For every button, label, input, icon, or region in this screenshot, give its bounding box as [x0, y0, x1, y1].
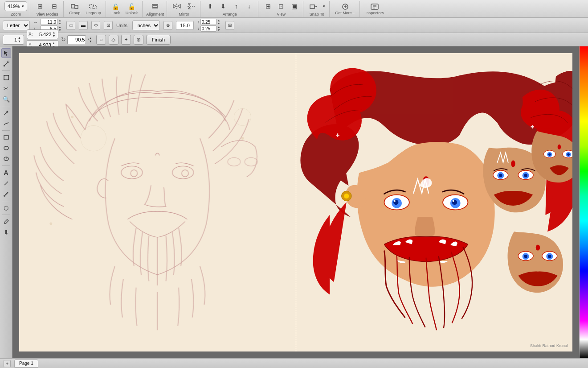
inspectors-btn[interactable]: Inspectors: [363, 2, 386, 16]
zoom-tool[interactable]: 🔍: [1, 94, 11, 104]
snap-to-group: ▾ Snap To: [304, 1, 330, 17]
mirror-h-btn[interactable]: [171, 1, 183, 11]
view-modes-group: ⊞ ⊟ View Modes: [31, 1, 64, 17]
x-label: X:: [29, 32, 33, 37]
tool-divider-2: [2, 106, 10, 106]
height-stepper[interactable]: ▲▼: [58, 25, 63, 32]
page-tab-1[interactable]: Page 1: [14, 360, 38, 368]
finish-button[interactable]: Finish: [146, 35, 171, 45]
get-more-btn[interactable]: Get More...: [333, 2, 357, 16]
units-select[interactable]: inches: [132, 21, 160, 30]
bezier-tool[interactable]: [1, 119, 11, 128]
right-artwork-svg: [296, 53, 573, 351]
node-convert-btn[interactable]: ⊕: [134, 35, 143, 45]
text-tool[interactable]: A: [1, 168, 11, 178]
view-btn3[interactable]: ▣: [288, 1, 300, 11]
inspectors-group: Inspectors: [361, 1, 388, 17]
transform-tool[interactable]: [1, 73, 11, 83]
align-btn[interactable]: [149, 1, 161, 11]
svg-rect-27: [8, 75, 9, 76]
mirror-v-icon: [187, 2, 196, 10]
snap-to-dropdown[interactable]: ▾: [321, 3, 327, 10]
svg-point-69: [524, 174, 527, 178]
tool-divider-1: [2, 70, 10, 71]
zoom-dropdown[interactable]: 419% ▾: [4, 1, 27, 11]
view-btn1[interactable]: ⊞: [262, 1, 274, 11]
tool-divider-4: [2, 165, 10, 166]
selection-tool[interactable]: [1, 48, 11, 58]
arrange-btn2[interactable]: ⬇: [217, 1, 229, 11]
node-smooth-btn[interactable]: ○: [96, 35, 106, 45]
width-input[interactable]: [41, 19, 57, 25]
lock-btn[interactable]: 🔒 Lock: [110, 2, 122, 16]
color-panel[interactable]: [579, 46, 588, 358]
brush-tool[interactable]: [1, 189, 11, 199]
width-stepper[interactable]: ▲▼: [58, 19, 63, 25]
ungroup-icon: [89, 3, 98, 11]
canvas-page: Shakti Rathod Krunal: [19, 53, 572, 351]
crop-btn[interactable]: ⊞: [225, 21, 234, 30]
node-tool[interactable]: [1, 59, 11, 69]
angle-input[interactable]: [67, 35, 86, 44]
step-x-stepper[interactable]: ▲▼: [217, 19, 222, 25]
svg-marker-12: [188, 7, 190, 9]
page-settings-btn[interactable]: ⚙: [91, 21, 100, 30]
svg-point-77: [557, 145, 561, 149]
view-mode-btn1[interactable]: ⊞: [34, 1, 46, 11]
step-y-input[interactable]: [200, 25, 216, 32]
view-btn2[interactable]: ⊡: [275, 1, 287, 11]
arrange-btn1[interactable]: ⬆: [204, 1, 216, 11]
fill-tool[interactable]: [1, 227, 11, 237]
view-label: View: [277, 12, 286, 17]
svg-point-76: [567, 153, 570, 156]
pencil-tool[interactable]: [1, 178, 11, 188]
svg-rect-13: [310, 5, 314, 8]
node-corner-btn[interactable]: ◇: [109, 35, 118, 45]
fit-page-btn[interactable]: ⊡: [104, 21, 113, 30]
add-page-button[interactable]: +: [4, 360, 11, 367]
node-count-input[interactable]: [4, 36, 17, 44]
portrait-btn[interactable]: ▭: [66, 21, 75, 30]
get-more-label: Get More...: [335, 11, 355, 15]
step-x-input[interactable]: [200, 19, 216, 25]
arrange-btn3[interactable]: ↑: [230, 1, 242, 11]
step-y-stepper[interactable]: ▲▼: [217, 25, 222, 32]
svg-rect-1: [75, 5, 78, 8]
angle-stepper[interactable]: ▲▼: [89, 37, 94, 43]
svg-point-49: [245, 157, 257, 166]
mirror-label: Mirror: [179, 12, 189, 17]
ungroup-label: Ungroup: [86, 11, 101, 15]
polygon-tool[interactable]: [1, 154, 11, 164]
bottom-bar: + Page 1: [0, 358, 588, 368]
x-stepper[interactable]: ▲▼: [52, 31, 57, 38]
document-preset-select[interactable]: Letter: [3, 21, 30, 30]
svg-rect-0: [71, 4, 75, 8]
mirror-v-btn[interactable]: [185, 1, 197, 11]
shape-builder-tool[interactable]: ⬡: [1, 203, 11, 213]
pen-tool[interactable]: [1, 108, 11, 118]
rect-tool[interactable]: [1, 132, 11, 142]
credit-text: Shakti Rathod Krunal: [530, 343, 568, 348]
view-mode-btn2[interactable]: ⊟: [48, 1, 61, 11]
page-size-input[interactable]: [176, 21, 194, 30]
unlock-btn[interactable]: 🔓 Unlock: [124, 2, 140, 16]
snap-to-btn[interactable]: [307, 1, 319, 11]
crop-tool[interactable]: ✂: [1, 83, 11, 93]
svg-rect-3: [93, 5, 96, 8]
svg-marker-9: [178, 4, 180, 8]
x-input[interactable]: [33, 30, 51, 38]
arrange-label: Arrange: [223, 12, 237, 17]
left-toolbar: ✂ 🔍 A ⬡: [0, 46, 12, 358]
ellipse-tool[interactable]: [1, 143, 11, 153]
left-artwork-svg: [19, 53, 296, 351]
eyedropper-tool[interactable]: [1, 217, 11, 227]
node-count-stepper[interactable]: ▲▼: [18, 36, 22, 43]
units-label: Units:: [116, 23, 129, 28]
arrange-btn4[interactable]: ↓: [243, 1, 255, 11]
svg-point-41: [241, 137, 244, 140]
ungroup-btn[interactable]: Ungroup: [84, 2, 103, 16]
group-btn[interactable]: Group: [67, 2, 82, 16]
lock-group: 🔒 Lock 🔓 Unlock: [107, 1, 143, 17]
node-sharp-btn[interactable]: ✦: [121, 35, 131, 45]
landscape-btn[interactable]: ▬: [79, 21, 88, 30]
